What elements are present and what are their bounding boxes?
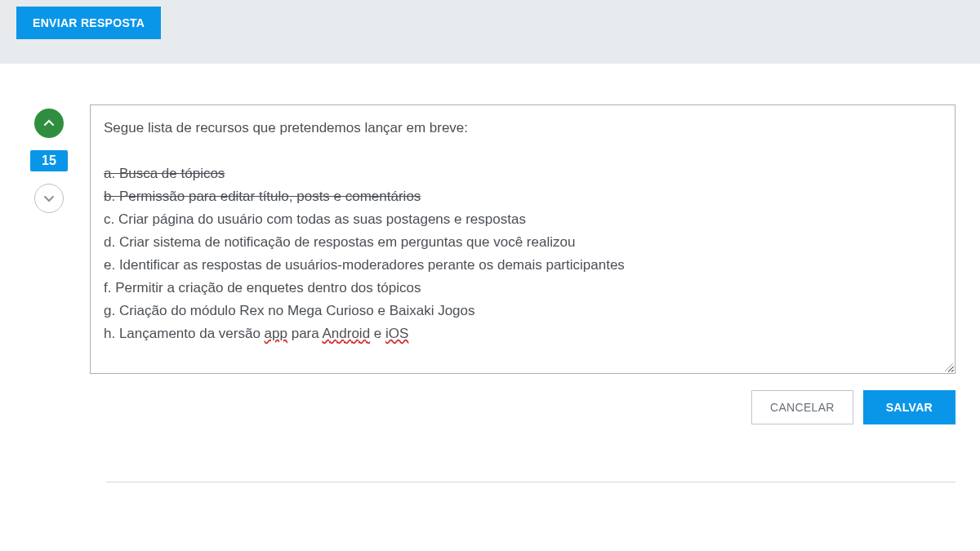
spellcheck-word: app [265,326,287,341]
top-toolbar: ENVIAR RESPOSTA [0,0,980,64]
content-area: 15 Segue lista de recursos que pretendem… [0,64,980,449]
editor-line: f. Permitir a criação de enquetes dentro… [104,277,942,300]
editor-text: e [370,326,385,341]
upvote-button[interactable] [34,109,64,138]
chevron-up-icon [43,118,55,129]
save-button[interactable]: SALVAR [863,390,956,424]
svg-line-0 [945,363,953,371]
strikethrough-text: a. Busca de tópicos [104,166,225,181]
svg-line-2 [951,370,953,371]
send-reply-button[interactable]: ENVIAR RESPOSTA [16,7,161,39]
editor-line: h. Lançamento da versão app para Android… [104,322,942,345]
cancel-button[interactable]: CANCELAR [751,390,853,424]
editor-line: d. Criar sistema de notificação de respo… [104,231,942,254]
editor-line-intro: Segue lista de recursos que pretendemos … [104,117,942,140]
editor-text: h. Lançamento da versão [104,326,265,341]
spellcheck-word: iOS [385,326,408,341]
section-divider [106,482,956,482]
editor-line: a. Busca de tópicos [104,162,942,185]
editor-column: Segue lista de recursos que pretendemos … [90,104,956,424]
svg-line-1 [948,367,953,371]
editor-line: g. Criação do módulo Rex no Mega Curioso… [104,300,942,322]
vote-column: 15 [24,104,74,424]
editor-text: para [287,326,323,341]
strikethrough-text: b. Permissão para editar título, posts e… [104,189,421,204]
editor-line: b. Permissão para editar título, posts e… [104,185,942,208]
downvote-button[interactable] [34,184,64,213]
spellcheck-word: Android [323,326,371,341]
editor-line: e. Identificar as respostas de usuários-… [104,254,942,277]
editor-button-row: CANCELAR SALVAR [90,390,956,424]
vote-count-badge: 15 [30,150,68,171]
editor-line: c. Criar página do usuário com todas as … [104,208,942,231]
editor-blank-line [104,140,942,162]
chevron-down-icon [43,193,55,204]
post-editor-textarea[interactable]: Segue lista de recursos que pretendemos … [90,104,956,374]
resize-handle-icon[interactable] [942,361,954,372]
